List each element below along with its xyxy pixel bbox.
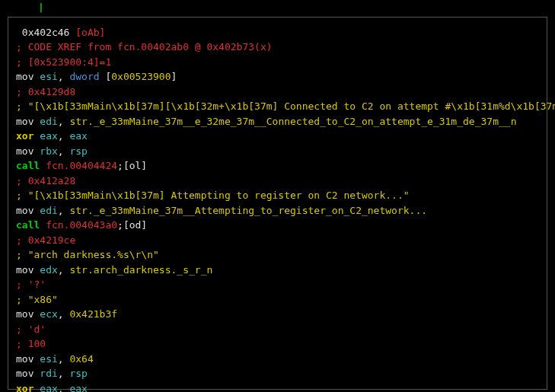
instr-mov-esi2: mov esi, 0x64	[16, 352, 539, 367]
flow-pipe-top: |	[0, 0, 555, 15]
char-comment: ; 'd'	[16, 322, 539, 337]
instr-mov-edx: mov edx, str.arch_darkness._s_r_n	[16, 263, 539, 278]
string-comment: ; "arch darkness.%s\r\n"	[16, 247, 539, 263]
xref-comment: ; CODE XREF from fcn.00402ab0 @ 0x402b73…	[16, 40, 539, 55]
addr-comment: ; 0x4219ce	[16, 233, 539, 248]
instr-xor-eax: xor eax, eax	[16, 129, 539, 144]
instr-mov-esi: mov esi, dword [0x00523900]	[16, 69, 539, 84]
char-comment: ; '?'	[16, 277, 539, 292]
address: 0x402c46	[16, 27, 75, 38]
disassembly-block: 0x402c46 [oAb] ; CODE XREF from fcn.0040…	[8, 17, 547, 390]
instr-mov-edi2: mov edi, str._e_33mMaine_37m__Attempting…	[16, 203, 539, 218]
string-comment: ; "[\x1b[33mMain\x1b[37m][\x1b[32m+\x1b[…	[16, 99, 539, 114]
instr-call-4043a0: call fcn.004043a0;[od]	[16, 218, 539, 233]
block-label: [oAb]	[75, 27, 105, 38]
instr-mov-rdi: mov rdi, rsp	[16, 366, 539, 381]
mem-comment: ; [0x523900:4]=1	[16, 55, 539, 70]
addr-comment: ; 0x412a28	[16, 174, 539, 189]
addr-comment: ; 0x4129d8	[16, 84, 539, 100]
int-comment: ; 100	[16, 336, 539, 352]
instr-call-404424: call fcn.00404424;[ol]	[16, 158, 539, 174]
string-comment: ; "[\x1b[33mMain\x1b[37m] Attempting to …	[16, 188, 539, 203]
string-comment: ; "x86"	[16, 292, 539, 308]
instr-mov-rbx: mov rbx, rsp	[16, 144, 539, 159]
instr-mov-edi: mov edi, str._e_33mMaine_37m__e_32me_37m…	[16, 114, 539, 129]
block-address-line: 0x402c46 [oAb]	[16, 25, 539, 40]
instr-mov-ecx: mov ecx, 0x421b3f	[16, 307, 539, 322]
